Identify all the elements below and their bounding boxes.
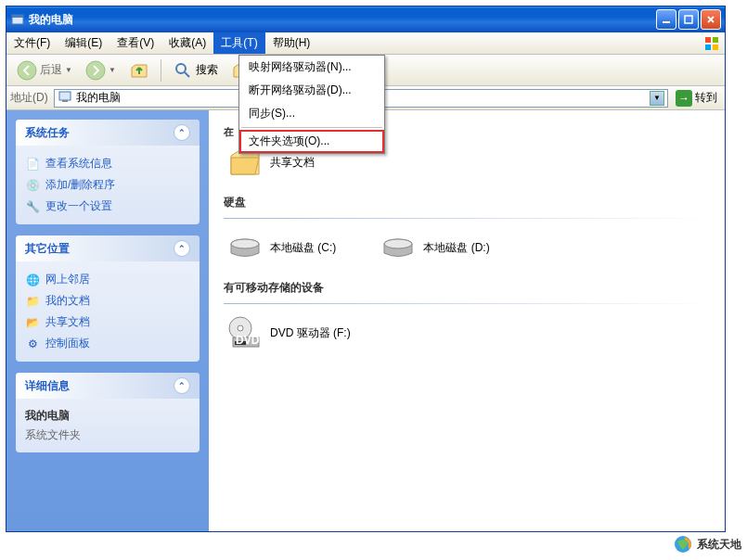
sidebar: 系统任务 ⌃ 📄查看系统信息 💿添加/删除程序 🔧更改一个设置 其它位置 ⌃ 🌐… [6,110,209,531]
svg-rect-5 [713,37,718,43]
windows-logo-icon [699,32,725,54]
menu-sync[interactable]: 同步(S)... [239,102,384,125]
task-label: 更改一个设置 [45,198,112,214]
divider [224,303,710,304]
task-my-documents[interactable]: 📁我的文档 [25,290,190,312]
menu-disconnect-network-drive[interactable]: 断开网络驱动器(D)... [239,79,384,102]
panel-title: 其它位置 [25,241,70,257]
svg-point-16 [384,239,412,248]
menu-edit[interactable]: 编辑(E) [58,32,109,54]
hdd-icon [227,230,263,265]
collapse-icon[interactable]: ⌃ [174,240,190,257]
menu-help[interactable]: 帮助(H) [265,32,318,54]
item-local-disk-d[interactable]: 本地磁盘 (D:) [377,226,493,269]
documents-icon: 📁 [25,294,40,309]
watermark-text: 系统天地 [697,537,741,553]
item-label: 本地磁盘 (C:) [270,240,336,256]
chevron-down-icon: ▼ [65,66,72,74]
task-network-neighborhood[interactable]: 🌐网上邻居 [25,269,190,290]
tools-dropdown-menu: 映射网络驱动器(N)... 断开网络驱动器(D)... 同步(S)... 文件夹… [238,55,385,154]
shared-folder-icon: 📂 [25,315,40,330]
network-icon: 🌐 [25,273,40,287]
forward-icon [85,60,106,81]
back-button[interactable]: 后退 ▼ [12,57,77,83]
task-label: 添加/删除程序 [45,177,115,193]
panel-header[interactable]: 其它位置 ⌃ [16,235,200,261]
section-removable-storage: 有可移动存储的设备 [224,280,710,296]
window-title: 我的电脑 [29,12,656,28]
task-label: 控制面板 [45,336,90,351]
panel-other-places: 其它位置 ⌃ 🌐网上邻居 📁我的文档 📂共享文档 ⚙控制面板 [16,235,200,362]
control-panel-icon: ⚙ [25,337,40,351]
info-icon: 📄 [25,157,40,172]
detail-name: 我的电脑 [25,406,190,426]
hdd-icon [380,230,416,265]
collapse-icon[interactable]: ⌃ [174,124,190,141]
svg-rect-2 [663,21,670,23]
svg-rect-12 [62,100,68,102]
item-dvd-drive-f[interactable]: DVD DVD 驱动器 (F:) [224,312,354,354]
watermark: 系统天地 [673,534,741,554]
maximize-button[interactable] [678,9,699,30]
up-button[interactable] [124,57,154,83]
svg-point-14 [231,239,259,248]
forward-button[interactable]: ▼ [81,57,121,83]
svg-point-9 [86,61,105,80]
svg-rect-1 [12,15,23,18]
panel-details: 详细信息 ⌃ 我的电脑 系统文件夹 [16,373,200,452]
menu-bar: 文件(F) 编辑(E) 查看(V) 收藏(A) 工具(T) 帮助(H) [6,32,725,55]
task-label: 共享文档 [45,314,90,330]
settings-icon: 🔧 [25,199,40,214]
svg-rect-3 [685,16,692,23]
task-control-panel[interactable]: ⚙控制面板 [25,333,190,354]
task-view-system-info[interactable]: 📄查看系统信息 [25,153,190,174]
minimize-button[interactable] [656,9,676,30]
collapse-icon[interactable]: ⌃ [174,377,190,394]
task-shared-documents[interactable]: 📂共享文档 [25,312,190,333]
task-label: 查看系统信息 [45,156,112,172]
panel-header[interactable]: 系统任务 ⌃ [16,120,200,146]
item-label: 本地磁盘 (D:) [423,240,489,256]
search-button[interactable]: 搜索 [168,57,223,83]
computer-icon [58,89,72,107]
globe-icon [673,534,693,554]
task-add-remove-programs[interactable]: 💿添加/删除程序 [25,174,190,196]
search-label: 搜索 [196,62,218,78]
menu-tools[interactable]: 工具(T) [213,32,264,54]
toolbar-separator [161,59,161,82]
chevron-down-icon: ▼ [109,66,116,74]
menu-map-network-drive[interactable]: 映射网络驱动器(N)... [239,56,384,79]
main-content: 在 共享文档 硬盘 本地磁盘 (C:) 本地磁盘 (D:) 有可移动 [209,110,725,531]
svg-rect-4 [705,37,711,43]
menu-folder-options[interactable]: 文件夹选项(O)... [239,130,384,153]
panel-title: 系统任务 [25,125,70,141]
programs-icon: 💿 [25,178,40,193]
title-bar: 我的电脑 [6,6,725,32]
menu-favorites[interactable]: 收藏(A) [161,32,213,54]
window-icon [10,12,25,27]
item-local-disk-c[interactable]: 本地磁盘 (C:) [224,226,340,269]
panel-system-tasks: 系统任务 ⌃ 📄查看系统信息 💿添加/删除程序 🔧更改一个设置 [16,120,200,224]
address-label: 地址(D) [10,90,48,106]
section-hard-disk: 硬盘 [224,195,710,210]
task-change-setting[interactable]: 🔧更改一个设置 [25,196,190,217]
svg-rect-11 [59,92,71,100]
menu-file[interactable]: 文件(F) [6,32,58,54]
go-icon: → [676,90,692,107]
folder-up-icon [129,60,149,81]
back-icon [17,60,37,81]
close-button[interactable] [701,9,721,30]
item-label: 共享文档 [270,155,315,171]
svg-point-10 [176,64,186,73]
item-label: DVD 驱动器 (F:) [270,325,351,341]
detail-type: 系统文件夹 [25,426,190,445]
task-label: 我的文档 [45,293,90,309]
go-button[interactable]: → 转到 [672,88,721,108]
svg-rect-6 [705,45,711,50]
svg-rect-7 [713,45,718,50]
menu-view[interactable]: 查看(V) [109,32,161,54]
address-dropdown-button[interactable]: ▼ [650,91,664,106]
panel-header[interactable]: 详细信息 ⌃ [16,373,200,399]
dvd-drive-icon: DVD [227,315,263,350]
svg-text:DVD: DVD [236,334,260,347]
